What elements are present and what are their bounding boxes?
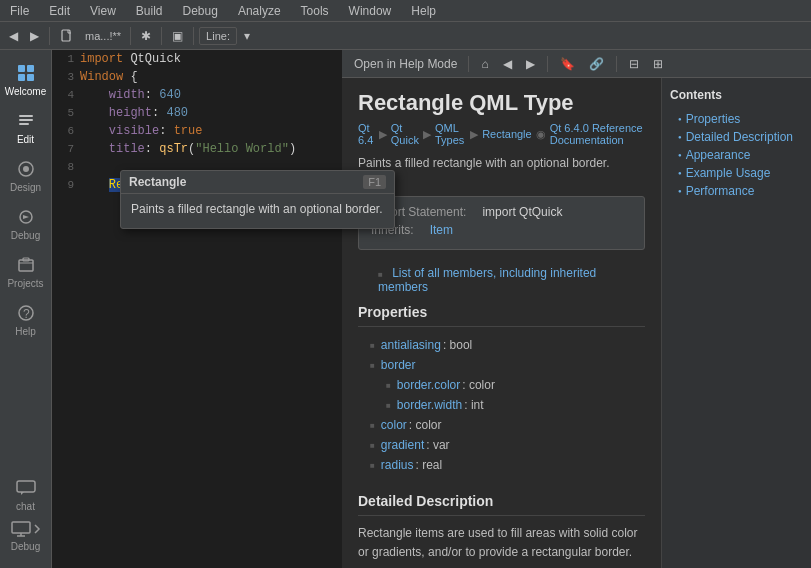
- sidebar-item-debug[interactable]: Debug: [4, 202, 48, 246]
- sidebar-item-projects[interactable]: Projects: [4, 250, 48, 294]
- help-bookmark-button[interactable]: 🔖: [555, 55, 580, 73]
- tooltip-header: Rectangle F1: [121, 171, 394, 194]
- svg-rect-4: [27, 74, 34, 81]
- toc-item-performance[interactable]: Performance: [670, 182, 803, 200]
- design-icon: [16, 159, 36, 179]
- members-list: List of all members, including inherited…: [358, 262, 645, 298]
- svg-point-9: [23, 166, 29, 172]
- help-toolbar-sep-2: [547, 56, 548, 72]
- sidebar-label-welcome: Welcome: [5, 86, 47, 97]
- properties-list: antialiasing : bool border border.color …: [358, 335, 645, 475]
- code-line-3: 3 Window {: [52, 68, 342, 86]
- toolbar-sep-4: [193, 27, 194, 45]
- help-content: Rectangle QML Type Qt 6.4 ▶ Qt Quick ▶ Q…: [342, 78, 811, 568]
- code-line-6: 6 visible: true: [52, 122, 342, 140]
- members-link[interactable]: List of all members, including inherited…: [378, 266, 596, 294]
- breadcrumb-rectangle[interactable]: Rectangle: [482, 128, 532, 140]
- sidebar-label-projects: Projects: [7, 278, 43, 289]
- import-statement-value: import QtQuick: [482, 205, 562, 219]
- toc-title: Contents: [670, 88, 803, 102]
- sidebar-label-edit: Edit: [17, 134, 34, 145]
- detailed-description-section: Detailed Description Rectangle items are…: [358, 487, 645, 562]
- toc-item-appearance[interactable]: Appearance: [670, 146, 803, 164]
- prop-border-width: border.width : int: [358, 395, 645, 415]
- menu-help[interactable]: Help: [405, 2, 442, 20]
- help-zoom-in-button[interactable]: ⊞: [648, 55, 668, 73]
- editor-area[interactable]: 1 import QtQuick 3 Window { 4 width: 640…: [52, 50, 342, 568]
- forward-button[interactable]: ▶: [25, 27, 44, 45]
- help-toolbar: Open in Help Mode ⌂ ◀ ▶ 🔖 🔗 ⊟ ⊞: [342, 50, 811, 78]
- help-back-button[interactable]: ◀: [498, 55, 517, 73]
- star-button[interactable]: ✱: [136, 27, 156, 45]
- help-toolbar-sep-1: [468, 56, 469, 72]
- code-editor[interactable]: 1 import QtQuick 3 Window { 4 width: 640…: [52, 50, 342, 568]
- toc-item-example[interactable]: Example Usage: [670, 164, 803, 182]
- svg-text:?: ?: [23, 307, 30, 321]
- breadcrumb-reference[interactable]: Qt 6.4.0 Reference Documentation: [550, 122, 645, 146]
- tooltip-description: Paints a filled rectangle with an option…: [131, 202, 383, 216]
- help-home-button[interactable]: ⌂: [476, 55, 493, 73]
- toc-item-properties[interactable]: Properties: [670, 110, 803, 128]
- help-intro-text: Paints a filled rectangle with an option…: [358, 156, 645, 184]
- svg-rect-15: [17, 481, 35, 492]
- svg-rect-0: [62, 30, 70, 41]
- help-zoom-out-button[interactable]: ⊟: [624, 55, 644, 73]
- tooltip-key: F1: [363, 175, 386, 189]
- svg-rect-3: [18, 74, 25, 81]
- panel-button[interactable]: ▣: [167, 27, 188, 45]
- code-line-4: 4 width: 640: [52, 86, 342, 104]
- menu-build[interactable]: Build: [130, 2, 169, 20]
- breadcrumb-qmltypes[interactable]: QML Types: [435, 122, 466, 146]
- menu-window[interactable]: Window: [343, 2, 398, 20]
- menu-file[interactable]: File: [4, 2, 35, 20]
- back-button[interactable]: ◀: [4, 27, 23, 45]
- properties-section-title: Properties: [358, 298, 645, 327]
- sidebar-item-chat[interactable]: chat: [4, 473, 48, 517]
- sidebar-label-design: Design: [10, 182, 41, 193]
- help-panel: Open in Help Mode ⌂ ◀ ▶ 🔖 🔗 ⊟ ⊞ Rectangl…: [342, 50, 811, 568]
- prop-border: border: [358, 355, 645, 375]
- debug-bottom-item[interactable]: [11, 521, 41, 537]
- inherits-row: Inherits: Item: [371, 223, 632, 237]
- svg-rect-1: [18, 65, 25, 72]
- code-line-7: 7 title: qsTr("Hello World"): [52, 140, 342, 158]
- help-forward-button[interactable]: ▶: [521, 55, 540, 73]
- menu-debug[interactable]: Debug: [177, 2, 224, 20]
- help-page-title: Rectangle QML Type: [358, 90, 645, 116]
- file-icon-button[interactable]: [55, 27, 79, 45]
- detailed-section-title: Detailed Description: [358, 487, 645, 516]
- import-row: Import Statement: import QtQuick: [371, 205, 632, 219]
- svg-rect-16: [12, 522, 30, 533]
- sidebar-item-edit[interactable]: Edit: [4, 106, 48, 150]
- file-icon: [60, 29, 74, 43]
- tooltip-body: Paints a filled rectangle with an option…: [121, 194, 394, 228]
- open-in-help-label: Open in Help Mode: [350, 57, 461, 71]
- svg-rect-11: [19, 260, 33, 271]
- tooltip-title: Rectangle: [129, 175, 186, 189]
- help-main[interactable]: Rectangle QML Type Qt 6.4 ▶ Qt Quick ▶ Q…: [342, 78, 661, 568]
- menu-view[interactable]: View: [84, 2, 122, 20]
- menu-tools[interactable]: Tools: [295, 2, 335, 20]
- main-layout: Welcome Edit Design Debug: [0, 50, 811, 568]
- menu-analyze[interactable]: Analyze: [232, 2, 287, 20]
- sidebar-item-help[interactable]: ? Help: [4, 298, 48, 342]
- projects-icon: [16, 255, 36, 275]
- inherits-value[interactable]: Item: [430, 223, 453, 237]
- tooltip-popup: Rectangle F1 Paints a filled rectangle w…: [120, 170, 395, 229]
- toc-item-detailed[interactable]: Detailed Description: [670, 128, 803, 146]
- toolbar: ◀ ▶ ma...!** ✱ ▣ Line: ▾: [0, 22, 811, 50]
- breadcrumb-qtquick[interactable]: Qt Quick: [391, 122, 419, 146]
- sidebar-item-design[interactable]: Design: [4, 154, 48, 198]
- help-link-button[interactable]: 🔗: [584, 55, 609, 73]
- monitor-icon: [11, 521, 31, 537]
- toolbar-sep-2: [130, 27, 131, 45]
- breadcrumb-qt64[interactable]: Qt 6.4: [358, 122, 375, 146]
- sidebar-item-welcome[interactable]: Welcome: [4, 58, 48, 102]
- code-line-1: 1 import QtQuick: [52, 50, 342, 68]
- detailed-description-text: Rectangle items are used to fill areas w…: [358, 524, 645, 562]
- svg-rect-6: [19, 119, 33, 121]
- menu-edit[interactable]: Edit: [43, 2, 76, 20]
- line-dropdown[interactable]: ▾: [239, 27, 255, 45]
- debug-icon: [16, 207, 36, 227]
- sidebar-label-help: Help: [15, 326, 36, 337]
